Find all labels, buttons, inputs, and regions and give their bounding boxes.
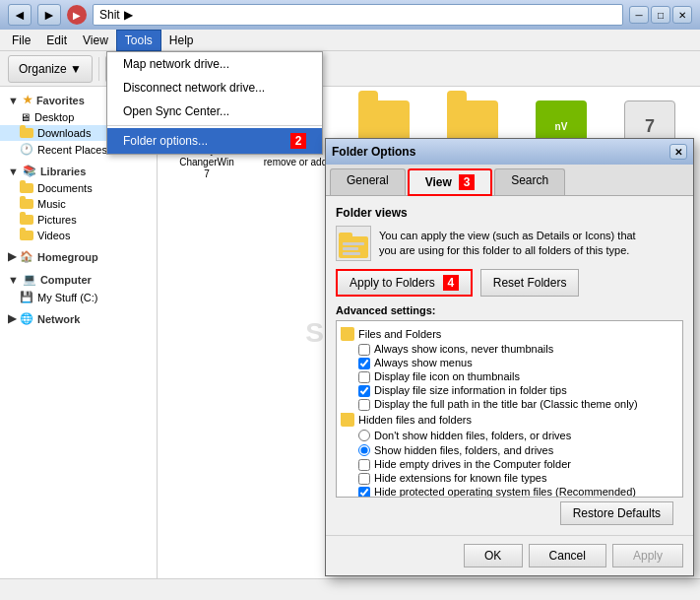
adv-radio-show[interactable]: Show hidden files, folders, and drives — [358, 443, 678, 456]
files-folders-label: Files and Folders — [358, 328, 441, 340]
tab-search[interactable]: Search — [494, 168, 565, 195]
adv-item-file-size-info[interactable]: Display file size information in folder … — [358, 384, 678, 397]
adv-item-full-path[interactable]: Display the full path in the title bar (… — [358, 398, 678, 411]
dialog-content: Folder views You can apply the view (suc… — [326, 196, 693, 535]
restore-defaults-button[interactable]: Restore Defaults — [560, 501, 673, 525]
hide-protected-label: Hide protected operating system files (R… — [374, 486, 636, 498]
adv-item-hide-empty-drives[interactable]: Hide empty drives in the Computer folder — [358, 458, 678, 471]
adv-item-file-icon-thumbnails[interactable]: Display file icon on thumbnails — [358, 370, 678, 383]
category-files-folders: Files and Folders — [341, 327, 678, 341]
file-size-info-label: Display file size information in folder … — [374, 384, 567, 396]
restore-defaults-label: Restore Defaults — [573, 506, 661, 520]
svg-rect-1 — [339, 233, 352, 238]
adv-item-hide-extensions[interactable]: Hide extensions for known file types — [358, 472, 678, 485]
apply-button[interactable]: Apply — [612, 544, 683, 567]
checkbox-always-icons[interactable] — [358, 344, 370, 356]
cancel-button[interactable]: Cancel — [529, 544, 606, 567]
folder-views-title: Folder views — [336, 206, 683, 220]
folder-options-dialog: Folder Options ✕ General View 3 Search F… — [325, 138, 694, 576]
checkbox-always-menus[interactable] — [358, 358, 370, 369]
dialog-overlay: Folder Options ✕ General View 3 Search F… — [0, 0, 700, 600]
files-folders-category-icon — [341, 327, 354, 341]
tab-view[interactable]: View 3 — [408, 168, 492, 196]
adv-item-hide-protected[interactable]: Hide protected operating system files (R… — [358, 486, 678, 498]
dialog-tabs: General View 3 Search — [326, 165, 693, 196]
dialog-title-bar: Folder Options ✕ — [326, 139, 693, 165]
folder-view-row: You can apply the view (such as Details … — [336, 226, 683, 261]
folder-view-icon — [336, 226, 371, 261]
ok-label: OK — [484, 549, 501, 563]
step-4-badge: 4 — [443, 275, 459, 291]
dialog-close-button[interactable]: ✕ — [669, 144, 687, 160]
full-path-label: Display the full path in the title bar (… — [374, 398, 638, 410]
hide-empty-drives-label: Hide empty drives in the Computer folder — [374, 458, 571, 470]
file-icon-thumbnails-label: Display file icon on thumbnails — [374, 370, 520, 382]
tab-general[interactable]: General — [330, 168, 406, 195]
show-label: Show hidden files, folders, and drives — [374, 444, 553, 456]
hidden-files-label: Hidden files and folders — [358, 414, 472, 426]
dialog-footer: OK Cancel Apply — [326, 535, 693, 575]
adv-item-always-icons[interactable]: Always show icons, never thumbnails — [358, 343, 678, 356]
advanced-settings-title: Advanced settings: — [336, 304, 683, 316]
adv-radio-dont-show[interactable]: Don't show hidden files, folders, or dri… — [358, 429, 678, 441]
adv-item-always-menus[interactable]: Always show menus — [358, 357, 678, 369]
always-menus-label: Always show menus — [374, 357, 473, 368]
reset-folders-button[interactable]: Reset Folders — [480, 269, 580, 297]
hidden-files-category-icon — [341, 413, 354, 427]
reset-folders-label: Reset Folders — [493, 276, 567, 290]
svg-rect-4 — [343, 252, 360, 255]
dont-show-label: Don't show hidden files, folders, or dri… — [374, 430, 571, 441]
advanced-settings-list: Files and Folders Always show icons, nev… — [336, 320, 683, 498]
hide-extensions-label: Hide extensions for known file types — [374, 472, 546, 484]
step-3-badge: 3 — [459, 174, 475, 190]
folder-views-desc: You can apply the view (such as Details … — [379, 229, 683, 259]
apply-to-folders-button[interactable]: Apply to Folders 4 — [336, 269, 473, 297]
checkbox-file-size-info[interactable] — [358, 385, 370, 397]
always-icons-label: Always show icons, never thumbnails — [374, 343, 553, 355]
checkbox-full-path[interactable] — [358, 399, 370, 411]
checkbox-file-icon-thumbnails[interactable] — [358, 371, 370, 383]
svg-rect-3 — [343, 247, 358, 250]
cancel-label: Cancel — [549, 549, 586, 563]
category-hidden-files: Hidden files and folders — [341, 413, 678, 427]
ok-button[interactable]: OK — [464, 544, 523, 567]
svg-rect-2 — [343, 242, 364, 245]
apply-label: Apply — [633, 549, 663, 563]
radio-dont-show[interactable] — [358, 430, 370, 441]
folder-view-svg — [337, 227, 370, 260]
dialog-title: Folder Options — [332, 145, 415, 159]
checkbox-hide-empty-drives[interactable] — [358, 459, 370, 471]
radio-show[interactable] — [358, 444, 370, 456]
apply-to-folders-label: Apply to Folders — [350, 276, 435, 290]
checkbox-hide-extensions[interactable] — [358, 473, 370, 485]
checkbox-hide-protected[interactable] — [358, 487, 370, 498]
main-window: ◄ ► ▶ Shit ▶ ─ □ ✕ File Edit View Tools … — [0, 0, 700, 600]
restore-row: Restore Defaults — [336, 498, 683, 525]
folder-action-buttons: Apply to Folders 4 Reset Folders — [336, 269, 683, 297]
